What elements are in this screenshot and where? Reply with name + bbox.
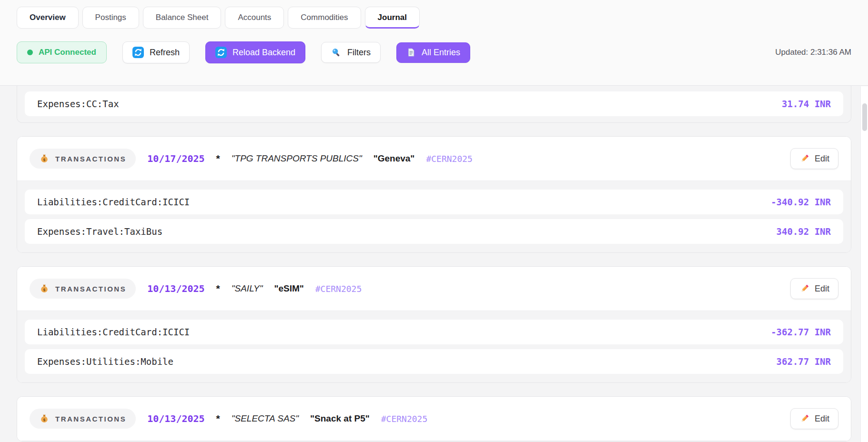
tab-journal[interactable]: Journal xyxy=(365,7,420,29)
api-status-badge: API Connected xyxy=(17,41,107,63)
transaction-flag: * xyxy=(216,283,220,294)
tab-balance-sheet[interactable]: Balance Sheet xyxy=(143,7,222,29)
posting-account: Expenses:CC:Tax xyxy=(37,99,119,109)
all-entries-label: All Entries xyxy=(422,48,460,58)
transactions-type-badge[interactable]: $ TRANSACTIONS xyxy=(30,279,136,299)
edit-button-label: Edit xyxy=(815,154,829,164)
pencil-icon xyxy=(799,413,810,424)
transactions-badge-label: TRANSACTIONS xyxy=(55,155,126,163)
money-bag-icon: $ xyxy=(39,413,50,424)
transactions-type-badge[interactable]: $ TRANSACTIONS xyxy=(30,409,136,429)
edit-button-label: Edit xyxy=(815,414,829,424)
svg-text:$: $ xyxy=(43,288,45,292)
posting-account: Expenses:Utilities:Mobile xyxy=(37,356,173,367)
transaction-card: $ TRANSACTIONS 10/17/2025 * "TPG TRANSPO… xyxy=(17,136,851,253)
document-icon xyxy=(406,48,416,57)
refresh-icon xyxy=(132,47,144,58)
transaction-tag[interactable]: #CERN2025 xyxy=(315,284,362,294)
money-bag-icon: $ xyxy=(39,153,50,164)
money-bag-icon: $ xyxy=(39,283,50,294)
transaction-card-partial: Expenses:CC:Tax 31.74 INR xyxy=(17,86,851,123)
transaction-tag[interactable]: #CERN2025 xyxy=(381,414,428,424)
svg-text:$: $ xyxy=(43,418,45,422)
api-status-label: API Connected xyxy=(39,48,96,57)
pencil-icon xyxy=(799,283,810,294)
postings-section: Expenses:CC:Tax 31.74 INR xyxy=(17,86,851,122)
posting-row: Expenses:CC:Tax 31.74 INR xyxy=(25,91,843,116)
journal-list: Expenses:CC:Tax 31.74 INR $ TRANSACTIONS… xyxy=(0,86,868,442)
transaction-payee: "TPG TRANSPORTS PUBLICS" xyxy=(232,153,362,164)
transaction-date: 10/17/2025 xyxy=(147,153,204,164)
edit-button[interactable]: Edit xyxy=(790,148,838,169)
posting-account: Expenses:Travel:TaxiBus xyxy=(37,226,162,237)
transaction-card: $ TRANSACTIONS 10/13/2025 * "SELECTA SAS… xyxy=(17,396,851,442)
transaction-tag[interactable]: #CERN2025 xyxy=(426,154,473,164)
posting-amount: -340.92 INR xyxy=(771,197,831,207)
transactions-badge-label: TRANSACTIONS xyxy=(55,415,126,423)
transaction-header: $ TRANSACTIONS 10/13/2025 * "SAILY" "eSI… xyxy=(17,267,851,311)
posting-row: Liabilities:CreditCard:ICICI -340.92 INR xyxy=(25,190,843,214)
tab-postings[interactable]: Postings xyxy=(82,7,139,29)
reload-backend-button[interactable]: Reload Backend xyxy=(205,41,305,63)
transaction-flag: * xyxy=(216,153,220,164)
edit-button-label: Edit xyxy=(815,284,829,294)
toolbar: API Connected Refresh xyxy=(17,41,851,63)
transaction-narration: "eSIM" xyxy=(274,283,303,294)
all-entries-button[interactable]: All Entries xyxy=(396,42,470,63)
svg-text:$: $ xyxy=(43,158,45,162)
posting-row: Liabilities:CreditCard:ICICI -362.77 INR xyxy=(25,320,843,344)
transaction-payee: "SELECTA SAS" xyxy=(232,413,299,424)
status-dot-icon xyxy=(27,50,33,55)
scrollbar-thumb[interactable] xyxy=(862,103,867,131)
scrollbar-track[interactable] xyxy=(860,86,868,442)
updated-timestamp: Updated: 2:31:36 AM xyxy=(775,48,851,57)
transaction-flag: * xyxy=(216,413,220,424)
posting-amount: 340.92 INR xyxy=(777,226,831,237)
pencil-icon xyxy=(799,153,810,164)
posting-amount: 31.74 INR xyxy=(782,99,831,109)
edit-button[interactable]: Edit xyxy=(790,278,838,299)
transaction-date: 10/13/2025 xyxy=(147,413,204,424)
reload-icon xyxy=(215,47,227,58)
transaction-card: $ TRANSACTIONS 10/13/2025 * "SAILY" "eSI… xyxy=(17,266,851,383)
app-header: Overview Postings Balance Sheet Accounts… xyxy=(0,0,868,86)
search-icon xyxy=(331,47,342,58)
posting-row: Expenses:Travel:TaxiBus 340.92 INR xyxy=(25,219,843,244)
posting-amount: 362.77 INR xyxy=(777,356,831,367)
transaction-narration: "Geneva" xyxy=(373,153,415,164)
postings-section: Liabilities:CreditCard:ICICI -340.92 INR… xyxy=(17,181,851,252)
filters-button[interactable]: Filters xyxy=(321,42,381,63)
tab-bar: Overview Postings Balance Sheet Accounts… xyxy=(17,7,851,29)
tab-overview[interactable]: Overview xyxy=(17,7,79,29)
tab-commodities[interactable]: Commodities xyxy=(288,7,361,29)
transactions-badge-label: TRANSACTIONS xyxy=(55,285,126,293)
tab-accounts[interactable]: Accounts xyxy=(225,7,284,29)
refresh-button[interactable]: Refresh xyxy=(122,41,190,63)
postings-section: Liabilities:CreditCard:ICICI -362.77 INR… xyxy=(17,311,851,382)
posting-amount: -362.77 INR xyxy=(771,327,831,337)
transaction-narration: "Snack at P5" xyxy=(310,413,370,424)
filters-label: Filters xyxy=(347,48,371,58)
transaction-payee: "SAILY" xyxy=(232,283,263,294)
posting-account: Liabilities:CreditCard:ICICI xyxy=(37,327,190,337)
transaction-header: $ TRANSACTIONS 10/13/2025 * "SELECTA SAS… xyxy=(17,397,851,441)
transaction-header: $ TRANSACTIONS 10/17/2025 * "TPG TRANSPO… xyxy=(17,137,851,181)
refresh-label: Refresh xyxy=(150,48,180,58)
transaction-date: 10/13/2025 xyxy=(147,283,204,294)
posting-row: Expenses:Utilities:Mobile 362.77 INR xyxy=(25,349,843,374)
reload-backend-label: Reload Backend xyxy=(232,48,295,58)
transactions-type-badge[interactable]: $ TRANSACTIONS xyxy=(30,149,136,169)
edit-button[interactable]: Edit xyxy=(790,408,838,429)
posting-account: Liabilities:CreditCard:ICICI xyxy=(37,197,190,207)
